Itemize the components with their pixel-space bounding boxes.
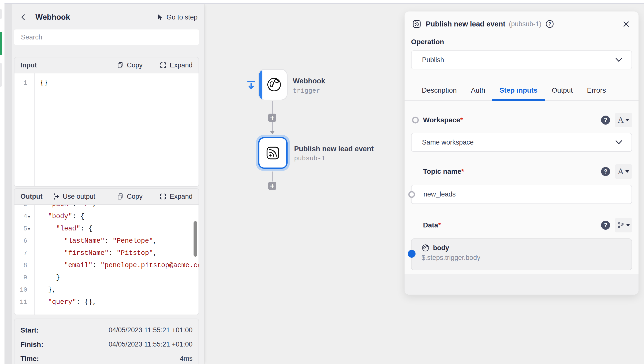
caret-down-icon: [625, 170, 629, 173]
topic-input-wrap: [411, 185, 632, 204]
data-chip-title: body: [433, 244, 449, 252]
line-number: 8: [14, 259, 34, 272]
code-line: "email": "penelope.pitstop@acme.com",: [40, 259, 198, 272]
pubsub-rss-icon: [265, 145, 281, 161]
line-number[interactable]: 4▾: [14, 210, 34, 223]
connector-dot-empty[interactable]: [408, 191, 415, 198]
expand-icon: [160, 61, 167, 69]
text-type-icon: A: [618, 168, 623, 176]
workflow-node-webhook-trigger[interactable]: [258, 69, 288, 100]
copy-icon: [116, 192, 124, 200]
line-number: 6: [14, 235, 34, 247]
pubsub-node-subtitle: pubsub-1: [294, 155, 325, 162]
operation-label: Operation: [411, 38, 632, 46]
caret-down-icon: [626, 224, 630, 226]
config-title: Publish new lead event: [426, 20, 505, 28]
output-expand-button[interactable]: Expand: [160, 193, 192, 200]
go-to-step-button[interactable]: Go to step: [156, 14, 198, 21]
use-output-button[interactable]: Use output: [52, 192, 95, 200]
search-input[interactable]: [14, 30, 199, 45]
line-number: 3: [14, 205, 34, 210]
line-number[interactable]: 5▾: [14, 223, 34, 235]
rail-step-chip-active[interactable]: [0, 32, 2, 55]
code-line: },: [40, 284, 198, 296]
tab-errors[interactable]: Errors: [587, 80, 606, 100]
input-copy-label: Copy: [127, 61, 142, 69]
topic-name-input[interactable]: [412, 185, 632, 203]
chevron-down-icon: [615, 140, 622, 145]
timing-row-start: Start: 04/05/2023 11:55:21 +01:00: [20, 323, 192, 337]
tab-auth[interactable]: Auth: [471, 80, 485, 100]
config-tabs: Description Auth Step inputs Output Erro…: [404, 80, 638, 101]
step-logs-panel: Webhook Go to step Input Copy: [12, 4, 204, 364]
connector-dot-connected[interactable]: [408, 250, 416, 258]
step-config-panel: Publish new lead event (pubsub-1) ? Oper…: [404, 12, 638, 295]
close-panel-button[interactable]: [621, 19, 631, 29]
trigger-entry-icon[interactable]: [246, 80, 256, 90]
input-label: Input: [20, 61, 37, 69]
editor-scrollbar-thumb[interactable]: [194, 221, 197, 257]
required-asterisk: *: [438, 221, 441, 229]
tab-description[interactable]: Description: [422, 80, 457, 100]
globe-icon: [266, 77, 282, 93]
tab-output[interactable]: Output: [552, 80, 573, 100]
timing-row-finish: Finish: 04/05/2023 11:55:21 +01:00: [20, 337, 192, 351]
rail-step-chip[interactable]: [0, 63, 2, 87]
input-expand-button[interactable]: Expand: [160, 61, 192, 69]
config-panel-header: Publish new lead event (pubsub-1) ?: [404, 12, 638, 29]
help-filled-icon[interactable]: ?: [601, 116, 610, 125]
logs-panel-header: Webhook Go to step: [14, 10, 199, 25]
connector-dot-empty[interactable]: [412, 117, 419, 124]
chevron-down-icon: [615, 58, 622, 62]
close-icon: [623, 21, 630, 28]
input-copy-button[interactable]: Copy: [116, 61, 142, 69]
copy-icon: [116, 61, 124, 69]
input-type-selector[interactable]: A: [615, 113, 632, 127]
help-filled-icon[interactable]: ?: [601, 221, 610, 230]
line-number: 1: [14, 77, 34, 89]
line-number: 10: [14, 284, 34, 296]
rail-step-chip[interactable]: [0, 9, 2, 19]
code-line: "body": {: [40, 210, 198, 223]
data-label: Data: [423, 221, 438, 229]
add-step-button[interactable]: +: [268, 114, 276, 122]
top-window-strip: [0, 0, 644, 3]
workflow-node-pubsub-selected[interactable]: [256, 135, 290, 171]
tab-step-inputs[interactable]: Step inputs: [500, 80, 538, 100]
timing-row-time: Time: 4ms: [20, 351, 192, 364]
start-label: Start:: [20, 326, 39, 334]
collapse-arrow-icon[interactable]: ▾: [28, 226, 32, 231]
globe-icon: [422, 244, 430, 252]
use-output-icon: [52, 192, 60, 200]
output-copy-button[interactable]: Copy: [116, 192, 142, 200]
input-type-selector[interactable]: A: [615, 164, 632, 179]
connector-arrowhead: [270, 131, 275, 134]
back-button[interactable]: [18, 12, 28, 22]
help-outline-icon[interactable]: ?: [546, 20, 554, 28]
cursor-pointer-icon: [156, 14, 163, 21]
output-code-editor[interactable]: 34▾5▾67891011 "path": "/", "body": { "le…: [14, 205, 198, 314]
collapse-arrow-icon[interactable]: ▾: [28, 214, 32, 219]
output-editor-gutter: 34▾5▾67891011: [14, 205, 35, 314]
workspace-label: Workspace: [423, 116, 460, 124]
pubsub-node-title: Publish new lead event: [294, 145, 374, 153]
output-section-header: Output Use output Copy: [14, 189, 198, 205]
branch-icon: [617, 222, 624, 229]
pubsub-rss-icon: [412, 19, 422, 29]
workspace-value: Same workspace: [422, 139, 474, 146]
required-asterisk: *: [460, 116, 463, 124]
jsonpath-type-selector[interactable]: [615, 218, 632, 232]
search-box: [14, 30, 199, 45]
operation-select[interactable]: Publish: [411, 51, 632, 69]
add-step-button[interactable]: +: [268, 182, 276, 190]
workspace-select[interactable]: Same workspace: [411, 133, 632, 152]
data-mapped-value-card[interactable]: body $.steps.trigger.body: [411, 238, 632, 270]
output-section: Output Use output Copy: [14, 188, 199, 315]
code-line: {}: [40, 77, 198, 89]
input-section: Input Copy Expand 1 {}: [14, 57, 199, 187]
use-output-label: Use output: [62, 193, 95, 200]
svg-text:?: ?: [548, 22, 551, 27]
line-number: 7: [14, 247, 34, 259]
help-filled-icon[interactable]: ?: [601, 167, 610, 176]
input-code-editor[interactable]: 1 {}: [14, 73, 198, 186]
